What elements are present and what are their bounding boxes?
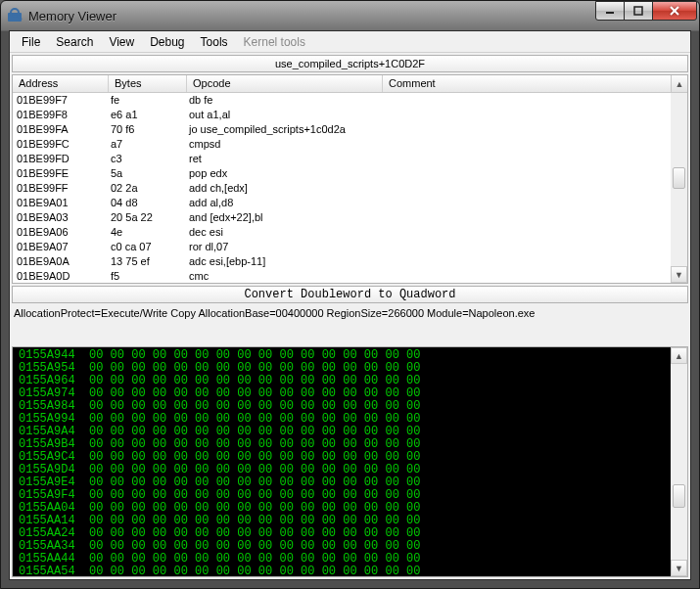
cell-address: 01BE99F8: [13, 108, 109, 122]
app-icon: [7, 8, 23, 23]
disasm-row[interactable]: 01BE99FE5apop edx: [13, 166, 687, 181]
disasm-row[interactable]: 01BE9A0320 5a 22and [edx+22],bl: [13, 210, 687, 225]
cell-address: 01BE9A01: [13, 196, 109, 210]
cell-address: 01BE99FE: [13, 166, 109, 181]
instruction-info-bar: Convert Doubleword to Quadword: [12, 286, 688, 303]
window-title: Memory Viewer: [28, 9, 117, 23]
titlebar[interactable]: Memory Viewer: [1, 1, 699, 30]
cell-opcode: pop edx: [187, 166, 687, 181]
disasm-row[interactable]: 01BE9A0104 d8add al,d8: [13, 196, 687, 210]
cell-opcode: db fe: [187, 93, 687, 108]
cell-bytes: 02 2a: [109, 181, 187, 196]
cell-address: 01BE9A07: [13, 240, 109, 254]
disasm-scroll-down[interactable]: ▼: [671, 266, 687, 283]
disasm-row[interactable]: 01BE9A064edec esi: [13, 225, 687, 240]
hex-view[interactable]: 0155A944 00 00 00 00 00 00 00 00 00 00 0…: [12, 346, 688, 577]
disasm-row[interactable]: 01BE99FF02 2aadd ch,[edx]: [13, 181, 687, 196]
cell-opcode: add ch,[edx]: [187, 181, 687, 196]
cell-address: 01BE9A03: [13, 210, 109, 225]
svg-rect-4: [634, 7, 642, 15]
cell-bytes: f5: [109, 269, 187, 284]
cell-bytes: 5a: [109, 166, 187, 181]
disasm-column-headers: Address Bytes Opcode Comment ▲: [13, 75, 687, 93]
menu-tools[interactable]: Tools: [193, 33, 236, 51]
cell-opcode: cmpsd: [187, 137, 687, 152]
disasm-row[interactable]: 01BE99FA70 f6jo use_compiled_scripts+1c0…: [13, 122, 687, 137]
cell-opcode: cmc: [187, 269, 687, 284]
hex-scroll-thumb[interactable]: [673, 484, 685, 508]
col-bytes[interactable]: Bytes: [109, 75, 187, 92]
disasm-row[interactable]: 01BE99F8e6 a1out a1,al: [13, 108, 687, 122]
cell-opcode: dec esi: [187, 225, 687, 240]
disasm-scroll-thumb[interactable]: [673, 167, 685, 189]
maximize-button[interactable]: [624, 1, 653, 21]
cell-address: 01BE99FD: [13, 152, 109, 166]
col-comment[interactable]: Comment: [383, 75, 687, 92]
col-address[interactable]: Address: [13, 75, 109, 92]
menu-debug[interactable]: Debug: [142, 33, 192, 51]
cell-opcode: adc esi,[ebp-11]: [187, 254, 687, 269]
window-controls: [596, 1, 697, 21]
disasm-row[interactable]: 01BE99F7fedb fe: [13, 93, 687, 108]
cell-bytes: 20 5a 22: [109, 210, 187, 225]
hex-scrollbar[interactable]: ▲ ▼: [671, 347, 687, 576]
menu-search[interactable]: Search: [48, 33, 101, 51]
location-bar[interactable]: use_compiled_scripts+1C0D2F: [12, 55, 688, 72]
col-opcode[interactable]: Opcode: [187, 75, 383, 92]
disassembly-panel[interactable]: Address Bytes Opcode Comment ▲ 01BE99F7f…: [12, 74, 688, 284]
minimize-button[interactable]: [595, 1, 625, 21]
menu-kernel-tools[interactable]: Kernel tools: [236, 33, 313, 51]
client-area: File Search View Debug Tools Kernel tool…: [9, 30, 691, 580]
cell-opcode: add al,d8: [187, 196, 687, 210]
cell-address: 01BE99F7: [13, 93, 109, 108]
cell-address: 01BE9A0D: [13, 269, 109, 284]
cell-opcode: jo use_compiled_scripts+1c0d2a: [187, 122, 687, 137]
hex-content[interactable]: 0155A944 00 00 00 00 00 00 00 00 00 00 0…: [13, 347, 687, 577]
cell-address: 01BE9A0A: [13, 254, 109, 269]
cell-opcode: ret: [187, 152, 687, 166]
menubar: File Search View Debug Tools Kernel tool…: [10, 31, 690, 53]
disasm-row[interactable]: 01BE99FDc3ret: [13, 152, 687, 166]
cell-address: 01BE99FC: [13, 137, 109, 152]
cell-bytes: fe: [109, 93, 187, 108]
menu-file[interactable]: File: [14, 33, 48, 51]
cell-bytes: c3: [109, 152, 187, 166]
cell-address: 01BE99FF: [13, 181, 109, 196]
cell-bytes: c0 ca 07: [109, 240, 187, 254]
cell-bytes: 04 d8: [109, 196, 187, 210]
disasm-row[interactable]: 01BE9A07c0 ca 07ror dl,07: [13, 240, 687, 254]
cell-address: 01BE99FA: [13, 122, 109, 137]
cell-opcode: out a1,al: [187, 108, 687, 122]
close-button[interactable]: [652, 1, 697, 21]
menu-view[interactable]: View: [101, 33, 142, 51]
disasm-rows[interactable]: 01BE99F7fedb fe01BE99F8e6 a1out a1,al01B…: [13, 93, 687, 284]
disasm-row[interactable]: 01BE9A0Df5cmc: [13, 269, 687, 284]
disasm-row[interactable]: 01BE9A0A13 75 efadc esi,[ebp-11]: [13, 254, 687, 269]
cell-bytes: 70 f6: [109, 122, 187, 137]
cell-bytes: a7: [109, 137, 187, 152]
disasm-scroll-up[interactable]: ▲: [671, 75, 687, 92]
disasm-scrollbar[interactable]: ▼: [671, 93, 687, 283]
disasm-row[interactable]: 01BE99FCa7cmpsd: [13, 137, 687, 152]
cell-opcode: and [edx+22],bl: [187, 210, 687, 225]
cell-opcode: ror dl,07: [187, 240, 687, 254]
window-frame: Memory Viewer File Search View Debug Too…: [0, 0, 700, 589]
hex-scroll-up[interactable]: ▲: [671, 347, 687, 364]
allocation-info: AllocationProtect=Execute/Write Copy All…: [10, 305, 690, 319]
cell-bytes: 4e: [109, 225, 187, 240]
hex-scroll-down[interactable]: ▼: [671, 560, 687, 576]
cell-bytes: e6 a1: [109, 108, 187, 122]
cell-address: 01BE9A06: [13, 225, 109, 240]
cell-bytes: 13 75 ef: [109, 254, 187, 269]
